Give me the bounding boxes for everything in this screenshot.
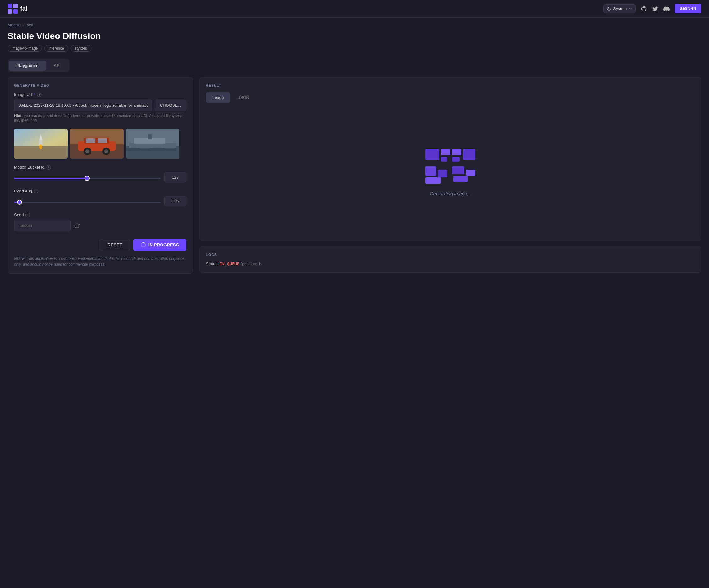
logo-text: fal bbox=[20, 5, 27, 12]
result-panel: RESULT Image JSON bbox=[199, 77, 702, 241]
thumbnail-ship[interactable] bbox=[126, 129, 180, 159]
tag-stylized: stylized bbox=[71, 45, 91, 52]
action-buttons-row: RESET IN PROGRESS bbox=[14, 239, 186, 251]
main-content: GENERATE VIDEO Image Url * i CHOOSE... H… bbox=[0, 72, 709, 281]
cond-aug-label: Cond Aug i bbox=[14, 189, 186, 193]
result-title: RESULT bbox=[206, 84, 695, 87]
cond-aug-slider-row bbox=[14, 196, 186, 206]
seed-row bbox=[14, 220, 186, 231]
tag-image-to-image: image-to-image bbox=[7, 45, 42, 52]
seed-label: Seed i bbox=[14, 213, 186, 217]
chevron-down-icon bbox=[629, 7, 632, 11]
generating-text: Generating image... bbox=[429, 191, 471, 196]
svg-rect-26 bbox=[441, 157, 447, 162]
motion-bucket-label: Motion Bucket Id i bbox=[14, 165, 186, 170]
in-progress-button[interactable]: IN PROGRESS bbox=[133, 239, 186, 251]
twitter-icon[interactable] bbox=[652, 6, 658, 12]
note-text: NOTE: This application is a reference im… bbox=[14, 256, 186, 267]
image-url-row: CHOOSE... bbox=[14, 100, 186, 111]
page-title: Stable Video Diffusion bbox=[7, 31, 702, 41]
svg-rect-29 bbox=[452, 157, 460, 162]
image-url-label: Image Url * i bbox=[14, 92, 186, 97]
thumbnail-car[interactable] bbox=[70, 129, 124, 159]
motion-bucket-slider-wrapper bbox=[14, 175, 161, 180]
hint-text: Hint: you can drag and drop file(s) here… bbox=[14, 114, 186, 122]
svg-rect-13 bbox=[86, 138, 95, 143]
logs-position: (position: 1) bbox=[240, 261, 262, 266]
cond-aug-slider[interactable] bbox=[14, 201, 161, 203]
cond-aug-info-icon[interactable]: i bbox=[34, 189, 38, 193]
svg-rect-0 bbox=[7, 4, 12, 8]
svg-point-18 bbox=[104, 149, 108, 153]
svg-rect-31 bbox=[438, 170, 447, 177]
right-panel: RESULT Image JSON bbox=[199, 77, 702, 274]
svg-rect-3 bbox=[13, 9, 18, 14]
seed-info-icon[interactable]: i bbox=[25, 213, 30, 217]
tab-playground[interactable]: Playground bbox=[9, 61, 46, 71]
header-actions: System SIGN-IN bbox=[603, 4, 702, 13]
svg-rect-35 bbox=[453, 176, 468, 182]
thumbnail-list bbox=[14, 129, 186, 159]
svg-rect-24 bbox=[425, 149, 439, 160]
main-tabs-area: Playground API bbox=[0, 52, 709, 72]
svg-rect-23 bbox=[148, 134, 152, 139]
svg-rect-27 bbox=[452, 149, 461, 156]
seed-section: Seed i bbox=[14, 213, 186, 231]
cond-aug-value-input[interactable] bbox=[164, 196, 186, 206]
result-tab-image[interactable]: Image bbox=[206, 92, 230, 103]
breadcrumb: Models / svd bbox=[7, 23, 702, 27]
cond-aug-section: Cond Aug i bbox=[14, 189, 186, 206]
result-tab-json[interactable]: JSON bbox=[232, 92, 256, 103]
tag-list: image-to-image inference stylized bbox=[7, 45, 702, 52]
generating-area: Generating image... bbox=[206, 109, 695, 234]
sign-in-button[interactable]: SIGN-IN bbox=[675, 4, 702, 13]
motion-bucket-slider[interactable] bbox=[14, 178, 161, 179]
cond-aug-slider-wrapper bbox=[14, 199, 161, 204]
svg-rect-33 bbox=[452, 166, 465, 174]
main-tabs: Playground API bbox=[7, 59, 70, 72]
image-url-info-icon[interactable]: i bbox=[37, 93, 42, 97]
header: fal System SIGN-IN bbox=[0, 0, 709, 18]
tag-inference: inference bbox=[44, 45, 68, 52]
spinner-icon bbox=[141, 242, 146, 247]
motion-bucket-info-icon[interactable]: i bbox=[47, 165, 51, 170]
fal-logo-icon bbox=[7, 4, 18, 14]
logs-title: LOGS bbox=[206, 253, 695, 256]
discord-icon[interactable] bbox=[663, 6, 670, 12]
svg-rect-32 bbox=[425, 177, 441, 184]
motion-bucket-section: Motion Bucket Id i bbox=[14, 165, 186, 183]
theme-selector[interactable]: System bbox=[603, 4, 636, 13]
motion-bucket-value-input[interactable] bbox=[164, 172, 186, 183]
fal-logo-large bbox=[422, 147, 479, 188]
image-url-section: Image Url * i CHOOSE... Hint: you can dr… bbox=[14, 92, 186, 122]
svg-rect-2 bbox=[7, 9, 12, 14]
svg-rect-25 bbox=[441, 149, 450, 156]
svg-point-8 bbox=[39, 144, 43, 149]
breadcrumb-separator: / bbox=[23, 23, 25, 27]
github-icon[interactable] bbox=[641, 6, 647, 12]
reset-button[interactable]: RESET bbox=[100, 239, 130, 251]
breadcrumb-models-link[interactable]: Models bbox=[7, 23, 21, 27]
logs-panel: LOGS Status: IN_QUEUE (position: 1) bbox=[199, 246, 702, 273]
svg-rect-1 bbox=[13, 4, 18, 8]
motion-bucket-slider-row bbox=[14, 172, 186, 183]
image-url-input[interactable] bbox=[14, 100, 152, 111]
breadcrumb-area: Models / svd bbox=[0, 18, 709, 27]
required-star: * bbox=[34, 92, 35, 97]
tab-api[interactable]: API bbox=[46, 61, 69, 71]
breadcrumb-current: svd bbox=[27, 23, 33, 27]
logs-status-code: IN_QUEUE bbox=[220, 261, 239, 266]
svg-rect-30 bbox=[425, 166, 436, 176]
svg-rect-14 bbox=[98, 138, 107, 143]
page-title-area: Stable Video Diffusion image-to-image in… bbox=[0, 27, 709, 52]
thumbnail-rocket[interactable] bbox=[14, 129, 68, 159]
refresh-seed-icon[interactable] bbox=[73, 222, 81, 229]
generate-video-title: GENERATE VIDEO bbox=[14, 84, 186, 87]
choose-button[interactable]: CHOOSE... bbox=[155, 100, 186, 111]
logs-status-row: Status: IN_QUEUE (position: 1) bbox=[206, 261, 695, 266]
svg-point-16 bbox=[85, 149, 89, 153]
result-tabs: Image JSON bbox=[206, 92, 695, 103]
svg-rect-28 bbox=[463, 149, 475, 160]
seed-input[interactable] bbox=[14, 220, 71, 231]
left-panel: GENERATE VIDEO Image Url * i CHOOSE... H… bbox=[7, 77, 193, 274]
